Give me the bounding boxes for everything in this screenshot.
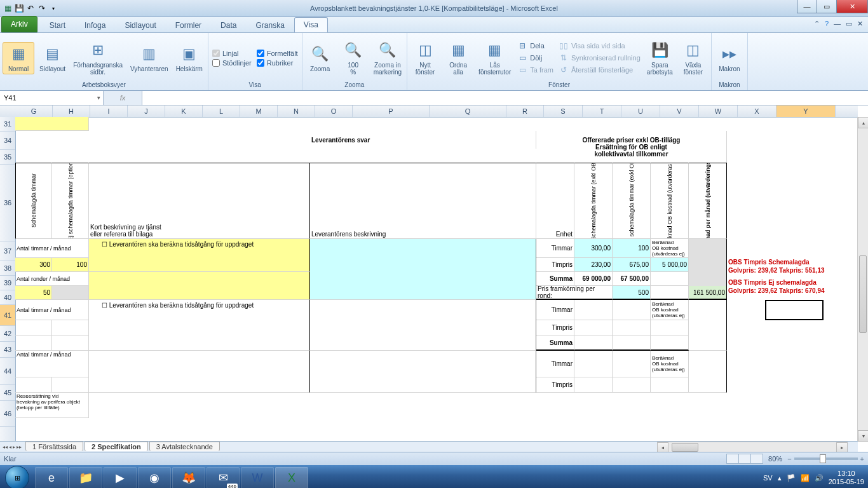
cell[interactable]: [689, 351, 727, 393]
cell[interactable]: Offererade priser exkl OB-tilläggErsättn…: [536, 131, 727, 163]
cell[interactable]: [52, 320, 89, 336]
help-icon[interactable]: ?: [825, 20, 829, 28]
cell[interactable]: Beräknad OB kostnad (utvärderas ej): [651, 239, 689, 258]
cell[interactable]: 675,00: [613, 258, 651, 272]
arrange-all-button[interactable]: ▦Ordna alla: [443, 39, 473, 77]
zoom-out-icon[interactable]: −: [787, 455, 791, 463]
zoom-in-icon[interactable]: +: [860, 455, 864, 463]
doc-restore-icon[interactable]: ▭: [846, 20, 852, 28]
cell[interactable]: [613, 351, 651, 377]
col-header-N[interactable]: N: [278, 105, 315, 117]
row-header-31[interactable]: 31: [0, 117, 15, 132]
cell[interactable]: [574, 300, 613, 320]
redo-icon[interactable]: ↷: [37, 3, 47, 13]
reset-position-button[interactable]: ↺Återställ fönsterläge: [557, 64, 642, 76]
row-header-46[interactable]: 46: [0, 401, 15, 427]
sync-scroll-button[interactable]: ⇅Synkroniserad rullning: [557, 52, 642, 64]
cell[interactable]: 300: [15, 258, 52, 272]
cells-area[interactable]: Leverantörens svarOffererade priser exkl…: [15, 117, 858, 442]
col-header-P[interactable]: P: [353, 105, 430, 117]
col-header-I[interactable]: I: [90, 105, 128, 117]
undo-icon[interactable]: ↶: [25, 3, 36, 13]
col-header-X[interactable]: X: [738, 105, 776, 117]
taskbar-explorer[interactable]: 📁: [69, 467, 102, 488]
cell[interactable]: ☐ Leverantören ska beräkna tidsåtgång fö…: [89, 239, 310, 272]
maximize-button[interactable]: ▭: [817, 0, 837, 13]
cell[interactable]: 300,00: [574, 239, 613, 258]
formula-bar-checkbox[interactable]: Formelfält: [255, 49, 299, 58]
row-header-45[interactable]: 45: [0, 385, 15, 401]
tab-infoga[interactable]: Infoga: [75, 18, 115, 32]
unhide-button[interactable]: ▭Ta fram: [516, 64, 555, 76]
row-header-39[interactable]: 39: [0, 276, 15, 290]
cell[interactable]: Schemalagda timmar (exkl OB): [574, 163, 613, 239]
ruler-checkbox[interactable]: Linjal: [211, 49, 253, 58]
cell[interactable]: [52, 377, 89, 393]
col-header-U[interactable]: U: [621, 105, 660, 117]
sheet-tab-2[interactable]: 2 Specifikation: [85, 442, 148, 451]
split-button[interactable]: ⊟Dela: [516, 40, 555, 51]
start-button[interactable]: ⊞: [0, 465, 34, 488]
zoom-button[interactable]: 🔍Zooma: [305, 43, 336, 74]
cell[interactable]: [613, 336, 651, 351]
cell[interactable]: Antal timmar / månad: [15, 300, 89, 320]
cell[interactable]: Timmar: [536, 351, 574, 377]
col-header-O[interactable]: O: [315, 105, 353, 117]
cell[interactable]: [651, 320, 689, 336]
tab-sidlayout[interactable]: Sidlayout: [115, 18, 165, 32]
cell[interactable]: Antal timmar / månad: [15, 239, 89, 258]
minimize-ribbon-icon[interactable]: ⌃: [814, 20, 820, 28]
sheet-tab-1[interactable]: 1 Försättssida: [25, 442, 83, 451]
col-header-M[interactable]: M: [240, 105, 278, 117]
cell[interactable]: Ej schemalagda timmar (exkl OB): [613, 163, 651, 239]
cell[interactable]: 100: [613, 239, 651, 258]
cell[interactable]: Timpris: [536, 258, 574, 272]
tab-granska[interactable]: Granska: [246, 18, 294, 32]
side-by-side-button[interactable]: ▯▯Visa sida vid sida: [557, 40, 642, 51]
cell[interactable]: [310, 300, 536, 351]
cell[interactable]: Timpris: [536, 320, 574, 336]
zoom-100-button[interactable]: 🔍100 %: [338, 39, 369, 77]
cell[interactable]: [15, 320, 52, 336]
doc-close-icon[interactable]: ✕: [857, 20, 863, 28]
cell[interactable]: 69 000,00: [574, 272, 613, 286]
cell[interactable]: [89, 272, 310, 300]
cell[interactable]: Antal timmar / månad: [15, 351, 89, 377]
col-header-Q[interactable]: Q: [430, 105, 506, 117]
row-header-35[interactable]: 35: [0, 150, 15, 165]
horizontal-scroll-thumb[interactable]: [672, 443, 698, 452]
cell[interactable]: [574, 377, 613, 393]
tab-formler[interactable]: Formler: [166, 18, 211, 32]
cell[interactable]: Summa: [536, 272, 574, 286]
switch-windows-button[interactable]: ◫Växla fönster: [678, 39, 709, 77]
headings-checkbox[interactable]: Rubriker: [255, 58, 299, 67]
tab-visa[interactable]: Visa: [294, 17, 328, 32]
cell[interactable]: [52, 336, 89, 351]
view-mode-buttons[interactable]: [727, 454, 763, 464]
col-header-S[interactable]: S: [544, 105, 583, 117]
cell[interactable]: Kostnad per månad (utvärderingspris): [689, 163, 727, 239]
lang-indicator[interactable]: SV: [763, 474, 773, 482]
tab-data[interactable]: Data: [211, 18, 246, 32]
sheet-nav-next-icon[interactable]: ▸: [13, 444, 15, 450]
cell[interactable]: [89, 351, 310, 393]
taskbar-excel[interactable]: X: [275, 467, 308, 488]
cell[interactable]: [651, 272, 689, 286]
scroll-down-icon[interactable]: ▾: [858, 430, 868, 442]
cell[interactable]: Beräknad OB kostnad (utvärderas inte): [651, 163, 689, 239]
clock[interactable]: 13:10 2015-05-19: [829, 470, 864, 486]
cell[interactable]: Timmar: [536, 239, 574, 258]
zoom-slider[interactable]: − +: [787, 455, 864, 463]
col-header-Y[interactable]: Y: [776, 105, 836, 117]
cell[interactable]: [651, 286, 689, 300]
scroll-left-icon[interactable]: ◂: [657, 442, 668, 452]
col-header-R[interactable]: R: [506, 105, 544, 117]
cell[interactable]: [574, 351, 613, 377]
cell[interactable]: [613, 320, 651, 336]
row-header-44[interactable]: 44: [0, 358, 15, 385]
row-header-37[interactable]: 37: [0, 241, 15, 261]
qat-dropdown-icon[interactable]: ▾: [48, 3, 58, 13]
cell[interactable]: [765, 300, 824, 320]
col-header-G[interactable]: G: [15, 105, 53, 117]
row-header-40[interactable]: 40: [0, 290, 15, 305]
